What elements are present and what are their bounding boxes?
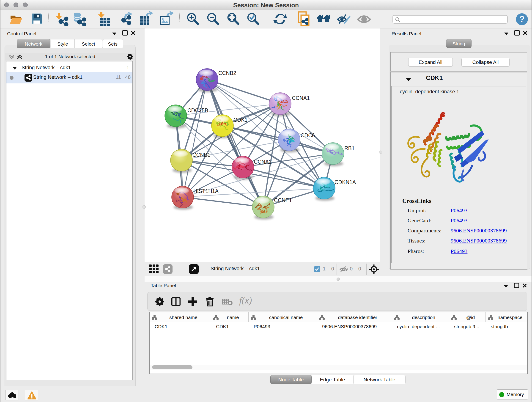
svg-text:CCNA2: CCNA2	[254, 159, 272, 165]
svg-text:CCNA1: CCNA1	[292, 95, 310, 101]
svg-text:CDKN1A: CDKN1A	[335, 179, 356, 185]
svg-text:CDC6: CDC6	[301, 133, 315, 138]
svg-text:RB1: RB1	[344, 145, 355, 151]
svg-text:CCNB1: CCNB1	[192, 152, 210, 158]
svg-text:CCNE1: CCNE1	[274, 197, 292, 203]
svg-text:CCNB2: CCNB2	[218, 70, 236, 76]
svg-text:CDC25B: CDC25B	[187, 108, 208, 114]
svg-text:CDK1: CDK1	[234, 117, 247, 123]
svg-text:HIST1H1A: HIST1H1A	[193, 188, 219, 194]
